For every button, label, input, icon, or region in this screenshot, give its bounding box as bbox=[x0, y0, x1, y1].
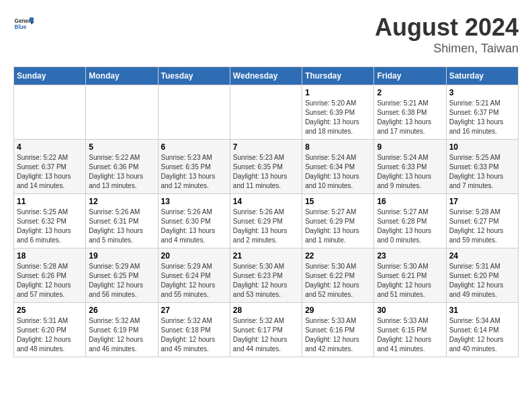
day-header-wednesday: Wednesday bbox=[230, 67, 302, 85]
day-info: Sunrise: 5:27 AM Sunset: 6:28 PM Dayligh… bbox=[377, 208, 431, 244]
calendar-cell: 19Sunrise: 5:29 AM Sunset: 6:25 PM Dayli… bbox=[86, 248, 158, 303]
calendar-cell bbox=[86, 85, 158, 140]
day-info: Sunrise: 5:30 AM Sunset: 6:23 PM Dayligh… bbox=[233, 263, 287, 298]
svg-text:Blue: Blue bbox=[15, 24, 27, 30]
day-info: Sunrise: 5:21 AM Sunset: 6:37 PM Dayligh… bbox=[449, 99, 504, 135]
day-number: 10 bbox=[449, 142, 515, 152]
calendar-cell: 14Sunrise: 5:26 AM Sunset: 6:29 PM Dayli… bbox=[230, 194, 302, 248]
day-info: Sunrise: 5:32 AM Sunset: 6:19 PM Dayligh… bbox=[89, 317, 143, 353]
day-number: 19 bbox=[89, 251, 154, 261]
week-row-2: 4Sunrise: 5:22 AM Sunset: 6:37 PM Daylig… bbox=[14, 140, 519, 194]
day-number: 11 bbox=[17, 197, 83, 206]
calendar-cell: 2Sunrise: 5:21 AM Sunset: 6:38 PM Daylig… bbox=[374, 85, 446, 140]
calendar-cell: 15Sunrise: 5:27 AM Sunset: 6:29 PM Dayli… bbox=[302, 194, 374, 248]
day-info: Sunrise: 5:27 AM Sunset: 6:29 PM Dayligh… bbox=[305, 208, 359, 244]
calendar-cell: 13Sunrise: 5:26 AM Sunset: 6:30 PM Dayli… bbox=[158, 194, 230, 248]
day-info: Sunrise: 5:32 AM Sunset: 6:18 PM Dayligh… bbox=[161, 317, 216, 353]
day-header-sunday: Sunday bbox=[14, 67, 86, 85]
day-number: 4 bbox=[17, 142, 83, 152]
logo: General Blue bbox=[13, 13, 34, 34]
day-number: 24 bbox=[449, 251, 515, 261]
calendar-cell: 30Sunrise: 5:33 AM Sunset: 6:15 PM Dayli… bbox=[374, 303, 446, 357]
calendar-cell: 25Sunrise: 5:31 AM Sunset: 6:20 PM Dayli… bbox=[14, 303, 86, 357]
day-info: Sunrise: 5:23 AM Sunset: 6:35 PM Dayligh… bbox=[233, 154, 287, 189]
calendar-cell: 21Sunrise: 5:30 AM Sunset: 6:23 PM Dayli… bbox=[230, 248, 302, 303]
calendar-cell: 23Sunrise: 5:30 AM Sunset: 6:21 PM Dayli… bbox=[374, 248, 446, 303]
header: General Blue August 2024 Shimen, Taiwan bbox=[13, 13, 519, 56]
day-info: Sunrise: 5:34 AM Sunset: 6:14 PM Dayligh… bbox=[449, 317, 504, 353]
day-number: 5 bbox=[89, 142, 154, 152]
week-row-5: 25Sunrise: 5:31 AM Sunset: 6:20 PM Dayli… bbox=[14, 303, 519, 357]
day-number: 29 bbox=[305, 306, 371, 315]
calendar-cell bbox=[158, 85, 230, 140]
day-number: 27 bbox=[161, 306, 227, 315]
calendar-table: SundayMondayTuesdayWednesdayThursdayFrid… bbox=[13, 66, 519, 357]
day-number: 9 bbox=[377, 142, 443, 152]
calendar-cell: 5Sunrise: 5:22 AM Sunset: 6:36 PM Daylig… bbox=[86, 140, 158, 194]
day-header-saturday: Saturday bbox=[446, 67, 518, 85]
day-info: Sunrise: 5:25 AM Sunset: 6:32 PM Dayligh… bbox=[17, 208, 71, 244]
day-number: 25 bbox=[17, 306, 83, 315]
day-info: Sunrise: 5:26 AM Sunset: 6:30 PM Dayligh… bbox=[161, 208, 216, 244]
day-number: 2 bbox=[377, 88, 443, 97]
week-row-1: 1Sunrise: 5:20 AM Sunset: 6:39 PM Daylig… bbox=[14, 85, 519, 140]
day-info: Sunrise: 5:31 AM Sunset: 6:20 PM Dayligh… bbox=[17, 317, 71, 353]
calendar-cell: 24Sunrise: 5:31 AM Sunset: 6:20 PM Dayli… bbox=[446, 248, 518, 303]
calendar-cell: 8Sunrise: 5:24 AM Sunset: 6:34 PM Daylig… bbox=[302, 140, 374, 194]
day-info: Sunrise: 5:28 AM Sunset: 6:26 PM Dayligh… bbox=[17, 263, 71, 298]
logo-icon: General Blue bbox=[13, 13, 34, 34]
calendar-cell: 12Sunrise: 5:26 AM Sunset: 6:31 PM Dayli… bbox=[86, 194, 158, 248]
day-info: Sunrise: 5:29 AM Sunset: 6:24 PM Dayligh… bbox=[161, 263, 216, 298]
calendar-cell: 11Sunrise: 5:25 AM Sunset: 6:32 PM Dayli… bbox=[14, 194, 86, 248]
calendar-cell: 26Sunrise: 5:32 AM Sunset: 6:19 PM Dayli… bbox=[86, 303, 158, 357]
calendar-cell: 27Sunrise: 5:32 AM Sunset: 6:18 PM Dayli… bbox=[158, 303, 230, 357]
day-info: Sunrise: 5:22 AM Sunset: 6:37 PM Dayligh… bbox=[17, 154, 71, 189]
day-number: 31 bbox=[449, 306, 515, 315]
calendar-cell: 16Sunrise: 5:27 AM Sunset: 6:28 PM Dayli… bbox=[374, 194, 446, 248]
day-info: Sunrise: 5:21 AM Sunset: 6:38 PM Dayligh… bbox=[377, 99, 431, 135]
day-number: 21 bbox=[233, 251, 299, 261]
calendar-cell: 3Sunrise: 5:21 AM Sunset: 6:37 PM Daylig… bbox=[446, 85, 518, 140]
day-number: 13 bbox=[161, 197, 227, 206]
day-header-friday: Friday bbox=[374, 67, 446, 85]
day-info: Sunrise: 5:28 AM Sunset: 6:27 PM Dayligh… bbox=[449, 208, 504, 244]
day-number: 17 bbox=[449, 197, 515, 206]
day-info: Sunrise: 5:26 AM Sunset: 6:29 PM Dayligh… bbox=[233, 208, 287, 244]
day-number: 15 bbox=[305, 197, 371, 206]
day-number: 16 bbox=[377, 197, 443, 206]
day-number: 6 bbox=[161, 142, 227, 152]
calendar-cell bbox=[14, 85, 86, 140]
day-info: Sunrise: 5:22 AM Sunset: 6:36 PM Dayligh… bbox=[89, 154, 143, 189]
day-info: Sunrise: 5:32 AM Sunset: 6:17 PM Dayligh… bbox=[233, 317, 287, 353]
day-number: 26 bbox=[89, 306, 154, 315]
day-number: 28 bbox=[233, 306, 299, 315]
day-info: Sunrise: 5:20 AM Sunset: 6:39 PM Dayligh… bbox=[305, 99, 359, 135]
day-number: 30 bbox=[377, 306, 443, 315]
calendar-cell: 29Sunrise: 5:33 AM Sunset: 6:16 PM Dayli… bbox=[302, 303, 374, 357]
calendar-cell: 17Sunrise: 5:28 AM Sunset: 6:27 PM Dayli… bbox=[446, 194, 518, 248]
day-number: 7 bbox=[233, 142, 299, 152]
day-header-thursday: Thursday bbox=[302, 67, 374, 85]
day-info: Sunrise: 5:29 AM Sunset: 6:25 PM Dayligh… bbox=[89, 263, 143, 298]
calendar-cell: 6Sunrise: 5:23 AM Sunset: 6:35 PM Daylig… bbox=[158, 140, 230, 194]
day-number: 8 bbox=[305, 142, 371, 152]
calendar-cell bbox=[230, 85, 302, 140]
week-row-4: 18Sunrise: 5:28 AM Sunset: 6:26 PM Dayli… bbox=[14, 248, 519, 303]
day-number: 22 bbox=[305, 251, 371, 261]
calendar-cell: 4Sunrise: 5:22 AM Sunset: 6:37 PM Daylig… bbox=[14, 140, 86, 194]
day-info: Sunrise: 5:33 AM Sunset: 6:16 PM Dayligh… bbox=[305, 317, 359, 353]
day-info: Sunrise: 5:24 AM Sunset: 6:34 PM Dayligh… bbox=[305, 154, 359, 189]
calendar-cell: 20Sunrise: 5:29 AM Sunset: 6:24 PM Dayli… bbox=[158, 248, 230, 303]
day-number: 14 bbox=[233, 197, 299, 206]
day-info: Sunrise: 5:23 AM Sunset: 6:35 PM Dayligh… bbox=[161, 154, 216, 189]
calendar-cell: 7Sunrise: 5:23 AM Sunset: 6:35 PM Daylig… bbox=[230, 140, 302, 194]
sub-title: Shimen, Taiwan bbox=[375, 42, 519, 56]
calendar-cell: 28Sunrise: 5:32 AM Sunset: 6:17 PM Dayli… bbox=[230, 303, 302, 357]
day-number: 20 bbox=[161, 251, 227, 261]
day-info: Sunrise: 5:30 AM Sunset: 6:21 PM Dayligh… bbox=[377, 263, 431, 298]
main-title: August 2024 bbox=[375, 13, 519, 42]
calendar-cell: 22Sunrise: 5:30 AM Sunset: 6:22 PM Dayli… bbox=[302, 248, 374, 303]
day-number: 18 bbox=[17, 251, 83, 261]
day-info: Sunrise: 5:24 AM Sunset: 6:33 PM Dayligh… bbox=[377, 154, 431, 189]
day-info: Sunrise: 5:31 AM Sunset: 6:20 PM Dayligh… bbox=[449, 263, 504, 298]
